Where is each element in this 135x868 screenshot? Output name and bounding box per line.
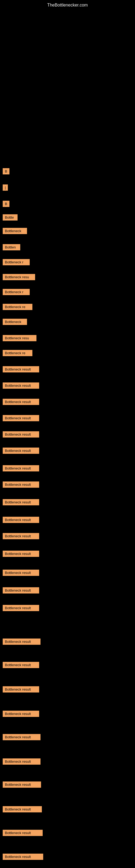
bottleneck-label-23[interactable]: Bottleneck result: [3, 533, 39, 539]
bottleneck-label-25[interactable]: Bottleneck result: [3, 569, 39, 576]
bottleneck-item-6: Bottleneck r: [3, 259, 30, 265]
bottleneck-item-4: Bottleneck: [3, 228, 27, 234]
bottleneck-item-25: Bottleneck result: [3, 569, 39, 576]
bottleneck-label-5[interactable]: Bottlen: [3, 244, 20, 250]
bottleneck-label-21[interactable]: Bottleneck result: [3, 499, 39, 505]
bottleneck-item-14: Bottleneck result: [3, 382, 39, 389]
bottleneck-item-33: Bottleneck result: [3, 758, 41, 765]
bottleneck-item-17: Bottleneck result: [3, 431, 39, 437]
bottleneck-label-13[interactable]: Bottleneck result: [3, 366, 39, 372]
bottleneck-label-15[interactable]: Bottleneck result: [3, 399, 39, 405]
bottleneck-label-29[interactable]: Bottleneck result: [3, 662, 39, 668]
bottleneck-item-37: Bottleneck result: [3, 854, 43, 860]
bottleneck-label-10[interactable]: Bottleneck: [3, 319, 27, 325]
bottleneck-item-9: Bottleneck re: [3, 304, 32, 310]
bottleneck-label-19[interactable]: Bottleneck result: [3, 465, 39, 471]
bottleneck-label-22[interactable]: Bottleneck result: [3, 517, 39, 523]
bottleneck-item-19: Bottleneck result: [3, 465, 39, 471]
bottleneck-item-31: Bottleneck result: [3, 711, 39, 717]
bottleneck-item-2: B: [3, 201, 9, 207]
bottleneck-label-16[interactable]: Bottleneck result: [3, 415, 39, 421]
bottleneck-label-27[interactable]: Bottleneck result: [3, 605, 39, 611]
bottleneck-item-16: Bottleneck result: [3, 415, 39, 421]
bottleneck-label-32[interactable]: Bottleneck result: [3, 734, 41, 740]
bottleneck-label-20[interactable]: Bottleneck result: [3, 482, 39, 488]
bottleneck-item-27: Bottleneck result: [3, 605, 39, 611]
bottleneck-item-29: Bottleneck result: [3, 662, 39, 668]
bottleneck-label-4[interactable]: Bottleneck: [3, 228, 27, 234]
bottleneck-item-10: Bottleneck: [3, 319, 27, 325]
bottleneck-item-20: Bottleneck result: [3, 482, 39, 488]
bottleneck-item-13: Bottleneck result: [3, 366, 39, 372]
site-title: TheBottlenecker.com: [47, 3, 88, 8]
bottleneck-item-3: Bottle: [3, 214, 17, 220]
bottleneck-label-30[interactable]: Bottleneck result: [3, 686, 39, 692]
bottleneck-label-1[interactable]: |: [3, 184, 8, 191]
bottleneck-item-11: Bottleneck resu: [3, 335, 37, 341]
bottleneck-item-8: Bottleneck r: [3, 289, 30, 295]
bottleneck-label-36[interactable]: Bottleneck result: [3, 830, 43, 836]
bottleneck-item-7: Bottleneck resu: [3, 274, 35, 280]
bottleneck-label-8[interactable]: Bottleneck r: [3, 289, 30, 295]
bottleneck-item-0: B: [3, 168, 9, 175]
bottleneck-item-23: Bottleneck result: [3, 533, 39, 539]
bottleneck-item-26: Bottleneck result: [3, 587, 39, 593]
bottleneck-item-24: Bottleneck result: [3, 551, 39, 557]
bottleneck-label-18[interactable]: Bottleneck result: [3, 447, 39, 454]
bottleneck-item-15: Bottleneck result: [3, 399, 39, 405]
bottleneck-label-24[interactable]: Bottleneck result: [3, 551, 39, 557]
bottleneck-item-28: Bottleneck result: [3, 639, 41, 645]
bottleneck-item-36: Bottleneck result: [3, 830, 43, 836]
bottleneck-label-9[interactable]: Bottleneck re: [3, 304, 32, 310]
bottleneck-label-28[interactable]: Bottleneck result: [3, 639, 41, 645]
bottleneck-label-31[interactable]: Bottleneck result: [3, 711, 39, 717]
bottleneck-label-6[interactable]: Bottleneck r: [3, 259, 30, 265]
bottleneck-label-2[interactable]: B: [3, 201, 9, 207]
bottleneck-label-17[interactable]: Bottleneck result: [3, 431, 39, 437]
bottleneck-label-26[interactable]: Bottleneck result: [3, 587, 39, 593]
bottleneck-item-21: Bottleneck result: [3, 499, 39, 505]
bottleneck-item-1: |: [3, 184, 8, 191]
bottleneck-label-11[interactable]: Bottleneck resu: [3, 335, 37, 341]
bottleneck-label-14[interactable]: Bottleneck result: [3, 382, 39, 389]
bottleneck-label-35[interactable]: Bottleneck result: [3, 806, 42, 812]
bottleneck-label-12[interactable]: Bottleneck re: [3, 350, 32, 356]
bottleneck-item-5: Bottlen: [3, 244, 20, 250]
bottleneck-label-3[interactable]: Bottle: [3, 214, 17, 220]
bottleneck-label-0[interactable]: B: [3, 168, 9, 175]
bottleneck-item-34: Bottleneck result: [3, 781, 41, 788]
bottleneck-item-30: Bottleneck result: [3, 686, 39, 692]
bottleneck-label-33[interactable]: Bottleneck result: [3, 758, 41, 765]
bottleneck-label-37[interactable]: Bottleneck result: [3, 854, 43, 860]
bottleneck-label-34[interactable]: Bottleneck result: [3, 781, 41, 788]
bottleneck-label-7[interactable]: Bottleneck resu: [3, 274, 35, 280]
bottleneck-item-18: Bottleneck result: [3, 447, 39, 454]
bottleneck-item-22: Bottleneck result: [3, 517, 39, 523]
bottleneck-item-12: Bottleneck re: [3, 350, 32, 356]
bottleneck-item-35: Bottleneck result: [3, 806, 42, 812]
bottleneck-item-32: Bottleneck result: [3, 734, 41, 740]
